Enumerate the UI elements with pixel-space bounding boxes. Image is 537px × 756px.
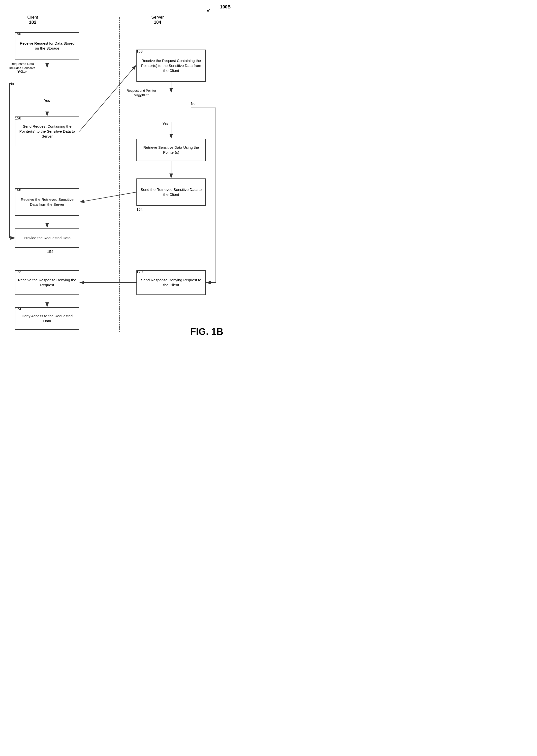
box-162: Retrieve Sensitive Data Using the Pointe… xyxy=(137,139,206,161)
client-header: Client 102 xyxy=(27,15,38,25)
box-150: Receive Request for Data Stored on the S… xyxy=(15,32,79,59)
label-yes-160: Yes xyxy=(162,122,168,126)
box-164: Send the Retrieved Sensitive Data to the… xyxy=(137,178,206,206)
box-172: Receive the Response Denying the Request xyxy=(15,270,79,295)
ref-174: 174 xyxy=(15,307,21,311)
server-label: Server xyxy=(151,15,164,20)
label-yes-152: Yes xyxy=(44,99,50,103)
box-154: Provide the Requested Data xyxy=(15,228,79,248)
svg-line-8 xyxy=(79,65,136,132)
ref-172: 172 xyxy=(15,270,21,274)
box-156: Send Request Containing the Pointer(s) t… xyxy=(15,117,79,146)
ref-168: 168 xyxy=(15,188,21,192)
ref-164: 164 xyxy=(137,207,143,211)
box-168: Receive the Retrieved Sensitive Data fro… xyxy=(15,188,79,216)
label-no-152: No xyxy=(10,82,14,86)
fig-id-label: 100B xyxy=(220,5,231,10)
box-158: Receive the Request Containing the Point… xyxy=(137,50,206,82)
server-number: 104 xyxy=(151,20,164,25)
box-174: Deny Access to the Requested Data xyxy=(15,307,79,330)
server-header: Server 104 xyxy=(151,15,164,25)
column-divider xyxy=(119,18,120,332)
ref-150: 150 xyxy=(15,32,21,36)
client-number: 102 xyxy=(27,20,38,25)
ref-156: 156 xyxy=(15,116,21,120)
box-170: Send Response Denying Request to the Cli… xyxy=(137,270,206,295)
client-label: Client xyxy=(27,15,38,20)
ref-152: 152 xyxy=(17,69,23,73)
ref-170: 170 xyxy=(137,270,143,274)
label-no-160: No xyxy=(191,102,195,106)
svg-line-15 xyxy=(80,192,137,202)
ref-154: 154 xyxy=(47,249,53,253)
fig-id-arrow: ↙ xyxy=(207,7,211,13)
ref-160: 160 xyxy=(136,94,142,98)
diagram-container: 100B ↙ Client 102 Server 104 Receive Req… xyxy=(0,0,238,342)
ref-158: 158 xyxy=(137,49,143,53)
fig-label: FIG. 1B xyxy=(190,326,223,337)
